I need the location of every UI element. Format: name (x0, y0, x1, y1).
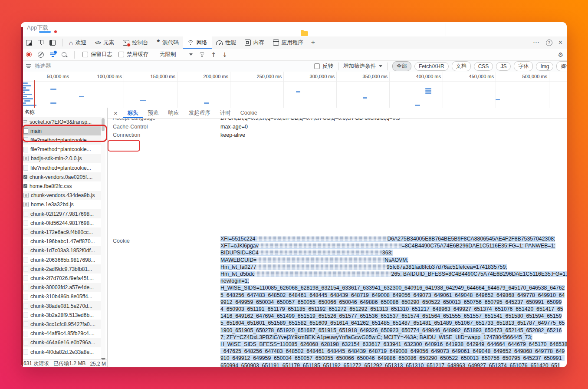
performance-icon (216, 40, 223, 45)
tab-memory[interactable]: 内存 (240, 36, 269, 49)
request-row[interactable]: file?method=plantcookie... (21, 163, 101, 172)
waterfall-bar (425, 92, 431, 94)
chip-Img[interactable]: Img (536, 62, 553, 71)
request-row[interactable]: chunk-2063665b.9817698... (21, 255, 101, 264)
request-row[interactable]: main (21, 126, 101, 135)
request-row[interactable]: chunk-3cc1cfc8.95427fa0.... (21, 320, 101, 329)
request-row[interactable]: chunk-4f0da82d.2e33a8e... (21, 347, 101, 356)
record-network-log-icon[interactable] (26, 52, 32, 57)
selected-text: 650994_650903_651191_651179_651185_65119… (220, 363, 560, 367)
tab-label: 应用程序 (282, 39, 303, 46)
tab-application[interactable]: 应用程序 (269, 36, 308, 49)
filter-input[interactable]: 筛选器 (26, 61, 51, 72)
dock-side-icon[interactable] (49, 40, 56, 46)
chip-字体[interactable]: 字体 (514, 61, 533, 71)
import-har-icon[interactable]: ↑ (211, 51, 217, 58)
request-row[interactable]: chunk-38ade081.5e270d... (21, 301, 101, 310)
light-icon (23, 239, 28, 244)
close-details-icon[interactable]: × (108, 109, 122, 117)
chip-Fetch/XHR[interactable]: Fetch/XHR (414, 62, 449, 71)
header-value: keep-alive (220, 132, 245, 138)
selected-text: 5_648256_647483_648502_648461_648445_648… (220, 292, 565, 298)
clear-network-log-icon[interactable] (38, 52, 44, 58)
request-row[interactable]: chunk-1d7c03a3.1852f0df... (21, 246, 101, 255)
disable-cache-checkbox[interactable]: 禁用缓存 (118, 51, 148, 58)
request-row[interactable]: chunk-196babc1.47eff870... (21, 237, 101, 246)
network-conditions-icon[interactable] (199, 52, 205, 56)
selected-text: H_WISE_SIDS=110085_626068_628198_632154_… (220, 285, 565, 291)
network-overview-timeline[interactable]: 50,000 ms100,000 ms150,000 ms200,000 ms2… (21, 72, 567, 108)
tab-network[interactable]: 网络 (183, 36, 212, 49)
throttling-select[interactable]: 无限制 (160, 51, 176, 58)
tab-sources[interactable]: *源代码 (153, 36, 183, 49)
add-panel-button[interactable]: + (308, 36, 319, 49)
timeline-gridline (124, 72, 124, 108)
tab-performance[interactable]: 性能 (212, 36, 240, 49)
active-tab-underline (39, 31, 51, 33)
more-filters-button[interactable]: 增加筛选条件 (343, 63, 376, 70)
notification-dot (54, 30, 57, 33)
request-row[interactable]: chunk-30003fd2.a57e4de... (21, 283, 101, 292)
details-tab-标头[interactable]: 标头 (123, 108, 143, 118)
selected-text: 910_649912_649959_650034_650057_650055_6… (220, 355, 565, 361)
chip-媒体[interactable]: 媒体 (556, 61, 567, 71)
request-row[interactable]: chunk-172e6ac9.f4b80cc... (21, 227, 101, 237)
request-name: chunk-2063665b.9817698... (30, 257, 95, 263)
request-row[interactable]: chunk-02f12977.9817698... (21, 209, 101, 218)
name-column-header[interactable]: 名称 (21, 108, 107, 117)
search-icon[interactable] (62, 52, 66, 57)
js-icon: {} (23, 156, 29, 161)
details-tab-计时[interactable]: 计时 (215, 108, 236, 118)
close-devtools-icon[interactable]: × (558, 39, 562, 46)
filter-active-badge (53, 50, 57, 54)
request-row[interactable]: {}chunk-vendors.434dea9b.js (21, 191, 101, 200)
preserve-log-checkbox[interactable]: 保留日志 (82, 51, 112, 58)
cookie-text-segment: 5_651604_651601_651589_651582_651609_651… (220, 320, 565, 326)
network-icon (187, 40, 194, 45)
request-row[interactable]: {}home.1e3a32bd.js (21, 200, 101, 209)
request-row[interactable]: chunk-3b2a28f9.513ed6b... (21, 310, 101, 320)
request-row[interactable]: file?method=plantcookie... (21, 145, 101, 154)
request-row[interactable]: chunk-2f7d7026.f9efa45f.... (21, 274, 101, 283)
help-icon[interactable]: ? (546, 40, 552, 46)
request-row[interactable]: chunk-310b486b.8e05ff4... (21, 292, 101, 301)
chip-文档[interactable]: 文档 (452, 61, 471, 71)
tab-elements[interactable]: </>元素 (91, 36, 118, 49)
request-row[interactable]: chunk-0fd56244.9817698... (21, 218, 101, 227)
request-row[interactable]: {}badjs-sdk-min-2.0.0.js (21, 154, 101, 163)
request-row[interactable]: chunk-2adf9dc9.73bfb81... (21, 264, 101, 274)
tab-console[interactable]: 控制台 (118, 36, 153, 49)
chevron-down-icon[interactable] (189, 53, 193, 56)
request-row[interactable]: chunk-vendors.0ae0205f.... (21, 172, 101, 181)
selected-text: 1416_649162_647694_651499_651519_651526_… (220, 313, 562, 319)
request-row[interactable]: chunk-44aff9c4.85fb29c4.... (21, 329, 101, 338)
inspect-element-icon[interactable] (26, 40, 32, 46)
selected-text: 7; ZFY=CZ4DxL3PBZiGYvej3Y9kmBEK:A1peuwyY… (220, 334, 532, 340)
page-divider (446, 23, 446, 36)
waterfall-bar (415, 105, 420, 106)
chip-JS[interactable]: JS (496, 62, 511, 71)
tab-welcome[interactable]: ⌂欢迎 (65, 36, 91, 49)
waterfall-bar (425, 90, 431, 92)
filter-toggle-icon[interactable] (50, 52, 56, 57)
network-settings-gear-icon[interactable]: ⚙ (558, 51, 563, 58)
details-tab-发起程序[interactable]: 发起程序 (184, 108, 215, 118)
request-list-scrollbar[interactable] (101, 117, 105, 367)
details-tab-响应[interactable]: 响应 (164, 108, 184, 118)
export-har-icon[interactable]: ↓ (222, 51, 227, 58)
timeline-gridline (71, 72, 71, 108)
request-row[interactable]: chunk-464a6e16.e0b796a... (21, 338, 101, 347)
invert-filter-checkbox[interactable]: 反转 (314, 63, 333, 70)
request-row[interactable]: file?method=plantcookie... (21, 135, 101, 145)
scrollbar-thumb[interactable] (102, 118, 105, 131)
more-options-icon[interactable]: ⋯ (533, 39, 540, 46)
request-row[interactable]: home.fbe8f2fc.css (21, 181, 101, 191)
chip-全部[interactable]: 全部 (392, 61, 411, 71)
chip-CSS[interactable]: CSS (474, 62, 493, 71)
cookie-value-line: 1416_649162_647694_651499_651519_651526_… (220, 313, 562, 320)
details-tab-预览[interactable]: 预览 (143, 108, 164, 118)
details-tab-Cookie[interactable]: Cookie (236, 108, 262, 118)
request-row[interactable]: socket.io/?EIO=3&transp... (21, 117, 101, 126)
light-icon (23, 229, 28, 235)
device-toolbar-icon[interactable] (38, 40, 43, 45)
